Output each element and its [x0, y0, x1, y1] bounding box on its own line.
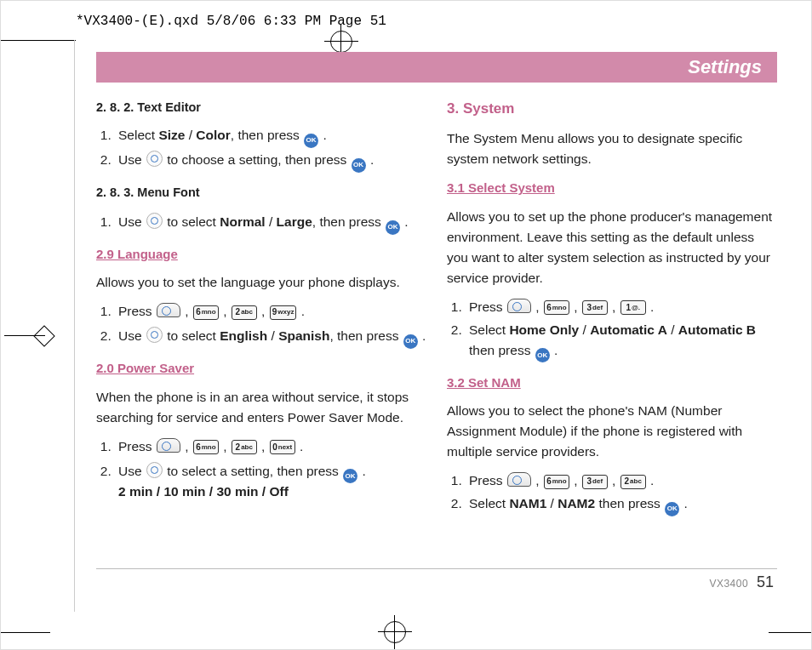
list-item: Use to select a setting, then press OK .…: [115, 459, 426, 502]
ok-icon: OK: [386, 220, 400, 235]
key-6-icon: 6mno: [544, 300, 569, 315]
key-0-icon: 0next: [270, 440, 295, 454]
key-2-icon: 2abc: [232, 305, 257, 320]
list-2-9: Press , 6mno , 2abc , 9wxyz . Use to sel…: [96, 301, 426, 346]
list-2-8-2: Select Size / Color, then press OK . Use…: [96, 125, 426, 170]
list-item: Press , 6mno , 3def , 2abc .: [466, 470, 777, 491]
para-2-9: Allows you to set the language your phon…: [96, 272, 426, 293]
heading-3-2: 3.2 Set NAM: [447, 373, 777, 392]
key-9-icon: 9wxyz: [270, 305, 297, 320]
registration-mark-bottom: [378, 615, 412, 649]
heading-2-0: 2.0 Power Saver: [96, 358, 426, 378]
key-2-icon: 2abc: [620, 475, 646, 489]
heading-3-1: 3.1 Select System: [447, 178, 777, 197]
para-3-2: Allows you to select the phone's NAM (Nu…: [447, 401, 777, 462]
menu-key-icon: [157, 303, 180, 317]
list-item: Press , 6mno , 2abc , 0next .: [115, 436, 426, 457]
para-2-0: When the phone is in an area without ser…: [96, 387, 426, 428]
ok-icon: OK: [343, 469, 357, 483]
nav-ring-icon: [146, 151, 163, 167]
section-title: Settings: [688, 56, 762, 78]
crop-mark-left: [4, 316, 45, 356]
ok-icon: OK: [403, 334, 418, 349]
key-6-icon: 6mno: [193, 440, 219, 454]
key-6-icon: 6mno: [193, 305, 219, 320]
para-3-1: Allows you to set up the phone producer'…: [447, 207, 777, 288]
ok-icon: OK: [352, 158, 366, 173]
ok-icon: OK: [535, 348, 550, 362]
nav-ring-icon: [146, 213, 163, 229]
key-2-icon: 2abc: [232, 440, 257, 454]
ok-icon: OK: [665, 502, 679, 516]
column-left: 2. 8. 2. Text Editor Select Size / Color…: [96, 94, 426, 526]
list-3-1: Press , 6mno , 3def , 1@. . Select Home …: [447, 297, 777, 361]
footer-page-number: 51: [757, 573, 774, 590]
column-right: 3. System The System Menu allows you to …: [447, 94, 777, 526]
list-item: Use to select Normal / Large, then press…: [115, 210, 426, 232]
para-3: The System Menu allows you to designate …: [447, 128, 777, 169]
list-item: Select NAM1 / NAM2 then press OK .: [466, 493, 777, 514]
list-item: Press , 6mno , 2abc , 9wxyz .: [115, 301, 426, 322]
margin-rule: [74, 40, 75, 612]
nav-ring-icon: [146, 462, 163, 478]
menu-key-icon: [507, 472, 531, 487]
list-item: Select Size / Color, then press OK .: [115, 125, 426, 145]
crop-bottom: [1, 615, 811, 649]
print-slug-bar: *VX3400-(E).qxd 5/8/06 6:33 PM Page 51: [1, 1, 811, 42]
page: Settings 2. 8. 2. Text Editor Select Siz…: [96, 52, 777, 598]
list-item: Select Home Only / Automatic A / Automat…: [466, 320, 777, 361]
list-3-2: Press , 6mno , 3def , 2abc . Select NAM1…: [447, 470, 777, 514]
list-item: Use to select English / Spanish, then pr…: [115, 324, 426, 346]
list-2-0: Press , 6mno , 2abc , 0next . Use to sel…: [96, 436, 426, 502]
list-item: Use to choose a setting, then press OK .: [115, 148, 426, 170]
menu-key-icon: [507, 299, 531, 313]
section-title-bar: Settings: [96, 52, 777, 83]
power-saver-options: 2 min / 10 min / 30 min / Off: [118, 484, 289, 499]
nav-ring-icon: [146, 327, 163, 343]
key-3-icon: 3def: [582, 475, 608, 489]
key-1-icon: 1@.: [620, 300, 646, 315]
menu-key-icon: [157, 438, 180, 453]
columns: 2. 8. 2. Text Editor Select Size / Color…: [96, 94, 777, 526]
ok-icon: OK: [304, 134, 318, 148]
heading-2-8-3: 2. 8. 3. Menu Font: [96, 183, 426, 202]
footer-model: VX3400: [709, 578, 748, 590]
crop-mark: [1, 40, 76, 41]
list-2-8-3: Use to select Normal / Large, then press…: [96, 210, 426, 232]
heading-3: 3. System: [447, 98, 777, 120]
heading-2-9: 2.9 Language: [96, 244, 426, 264]
page-footer: VX3400 51: [709, 573, 774, 591]
list-item: Press , 6mno , 3def , 1@. .: [466, 297, 777, 317]
key-3-icon: 3def: [582, 300, 608, 315]
key-6-icon: 6mno: [544, 475, 569, 489]
footer-rule: [96, 568, 777, 569]
heading-2-8-2: 2. 8. 2. Text Editor: [96, 98, 426, 117]
